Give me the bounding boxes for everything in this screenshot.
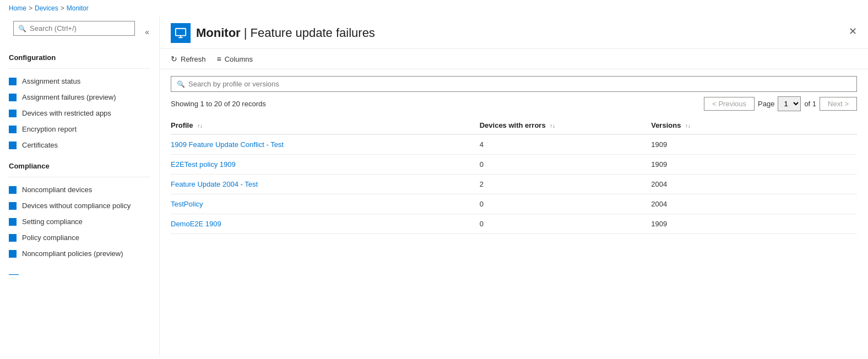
nav-icon-restricted-apps (9, 110, 17, 117)
configuration-divider (9, 68, 150, 69)
nav-icon-encryption-report (9, 126, 17, 133)
sidebar-label-policy-compliance: Policy compliance (22, 233, 79, 242)
sidebar-search-input[interactable] (30, 24, 123, 32)
sidebar-label-encryption-report: Encryption report (22, 125, 77, 133)
nav-icon-assignment-failures (9, 94, 17, 101)
monitor-svg (175, 27, 187, 39)
page-subtitle: | Feature update failures (244, 26, 375, 40)
columns-icon: ≡ (217, 55, 221, 63)
devices-sort-icon: ↑↓ (550, 123, 555, 129)
columns-button[interactable]: ≡ Columns (217, 55, 253, 63)
versions-cell-1: 1909 (651, 155, 857, 175)
nav-icon-certificates (9, 142, 17, 149)
compliance-divider (9, 177, 150, 177)
sidebar-item-noncompliant-devices[interactable]: Noncompliant devices (0, 182, 159, 198)
nav-icon-assignment-status (9, 78, 17, 85)
sidebar-label-setting-compliance: Setting compliance (22, 217, 83, 226)
svg-rect-0 (176, 29, 186, 36)
profile-cell-3[interactable]: TestPolicy (171, 194, 480, 214)
refresh-icon: ↻ (171, 55, 177, 63)
sidebar-label-restricted-apps: Devices with restricted apps (22, 109, 111, 117)
profile-cell-4[interactable]: DemoE2E 1909 (171, 214, 480, 234)
table-area: 🔍 Showing 1 to 20 of 20 records < Previo… (160, 69, 868, 356)
devices-cell-4: 0 (480, 214, 652, 234)
sidebar-item-restricted-apps[interactable]: Devices with restricted apps (0, 105, 159, 121)
breadcrumb-devices[interactable]: Devices (35, 4, 58, 12)
records-info-bar: Showing 1 to 20 of 20 records < Previous… (171, 96, 857, 111)
configuration-section: Configuration Assignment status Assignme… (0, 49, 159, 153)
refresh-button[interactable]: ↻ Refresh (171, 55, 206, 63)
table-header-row: Profile ↑↓ Devices with errors ↑↓ Versio… (171, 116, 857, 134)
compliance-section-label: Compliance (0, 157, 159, 172)
sidebar-label-assignment-failures: Assignment failures (preview) (22, 93, 116, 101)
sidebar-label-noncompliant-policies: Noncompliant policies (preview) (22, 249, 123, 258)
profile-sort-icon: ↑↓ (197, 123, 203, 129)
collapse-button[interactable]: « (142, 26, 153, 37)
filter-input[interactable] (188, 80, 851, 88)
content-area: Monitor | Feature update failures ✕ ↻ Re… (160, 17, 868, 356)
columns-label: Columns (225, 55, 253, 63)
nav-icon-without-compliance-policy (9, 202, 17, 210)
refresh-label: Refresh (181, 55, 206, 63)
versions-cell-2: 2004 (651, 175, 857, 194)
table-row: DemoE2E 1909 0 1909 (171, 214, 857, 234)
breadcrumb: Home > Devices > Monitor (0, 0, 868, 17)
nav-icon-policy-compliance (9, 234, 17, 242)
column-header-devices[interactable]: Devices with errors ↑↓ (480, 116, 652, 134)
sidebar-item-policy-compliance[interactable]: Policy compliance (0, 230, 159, 246)
page-select[interactable]: 1 (778, 96, 801, 111)
filter-search-icon: 🔍 (177, 80, 185, 88)
sidebar-label-noncompliant-devices: Noncompliant devices (22, 186, 92, 194)
table-row: E2ETest policy 1909 0 1909 (171, 155, 857, 175)
versions-sort-icon: ↑↓ (685, 123, 691, 129)
sidebar-item-assignment-failures[interactable]: Assignment failures (preview) (0, 89, 159, 105)
column-header-profile[interactable]: Profile ↑↓ (171, 116, 480, 134)
sidebar-item-without-compliance-policy[interactable]: Devices without compliance policy (0, 198, 159, 214)
table-row: TestPolicy 0 2004 (171, 194, 857, 214)
column-header-versions[interactable]: Versions ↑↓ (651, 116, 857, 134)
breadcrumb-home[interactable]: Home (9, 4, 26, 12)
profile-cell-2[interactable]: Feature Update 2004 - Test (171, 175, 480, 194)
next-button[interactable]: Next > (820, 97, 857, 111)
profile-cell-0[interactable]: 1909 Feature Update Conflict - Test (171, 134, 480, 155)
nav-icon-noncompliant-policies (9, 250, 17, 258)
versions-cell-3: 2004 (651, 194, 857, 214)
nav-icon-setting-compliance (9, 218, 17, 226)
sidebar-label-without-compliance-policy: Devices without compliance policy (22, 202, 131, 210)
pagination-controls: < Previous Page 1 of 1 Next > (704, 96, 857, 111)
table-row: 1909 Feature Update Conflict - Test 4 19… (171, 134, 857, 155)
sidebar-item-noncompliant-policies[interactable]: Noncompliant policies (preview) (0, 246, 159, 262)
more-indicator: — (9, 268, 150, 280)
page-of-label: of 1 (804, 100, 816, 108)
breadcrumb-sep1: > (29, 4, 32, 12)
table-row: Feature Update 2004 - Test 2 2004 (171, 175, 857, 194)
monitor-icon (171, 23, 191, 43)
records-text: Showing 1 to 20 of 20 records (171, 100, 266, 108)
profile-cell-1[interactable]: E2ETest policy 1909 (171, 155, 480, 175)
compliance-section: Compliance Noncompliant devices Devices … (0, 157, 159, 286)
versions-cell-4: 1909 (651, 214, 857, 234)
devices-cell-2: 2 (480, 175, 652, 194)
versions-cell-0: 1909 (651, 134, 857, 155)
sidebar-item-assignment-status[interactable]: Assignment status (0, 73, 159, 89)
nav-icon-noncompliant-devices (9, 186, 17, 194)
page-header: Monitor | Feature update failures ✕ (160, 17, 868, 49)
devices-cell-0: 4 (480, 134, 652, 155)
page-title: Monitor | Feature update failures (196, 26, 375, 40)
sidebar-item-encryption-report[interactable]: Encryption report (0, 121, 159, 137)
data-table: Profile ↑↓ Devices with errors ↑↓ Versio… (171, 116, 857, 234)
devices-cell-1: 0 (480, 155, 652, 175)
page-label: Page (758, 100, 774, 108)
close-button[interactable]: ✕ (849, 25, 857, 37)
sidebar-item-setting-compliance[interactable]: Setting compliance (0, 214, 159, 230)
configuration-section-label: Configuration (0, 49, 159, 64)
sidebar-label-certificates: Certificates (22, 141, 58, 149)
search-icon: 🔍 (18, 25, 26, 32)
sidebar: 🔍 « Configuration Assignment status Assi… (0, 17, 160, 356)
breadcrumb-monitor[interactable]: Monitor (67, 4, 89, 12)
sidebar-label-assignment-status: Assignment status (22, 77, 80, 85)
toolbar: ↻ Refresh ≡ Columns (160, 49, 868, 69)
previous-button[interactable]: < Previous (704, 97, 755, 111)
sidebar-item-certificates[interactable]: Certificates (0, 137, 159, 153)
breadcrumb-sep2: > (61, 4, 64, 12)
